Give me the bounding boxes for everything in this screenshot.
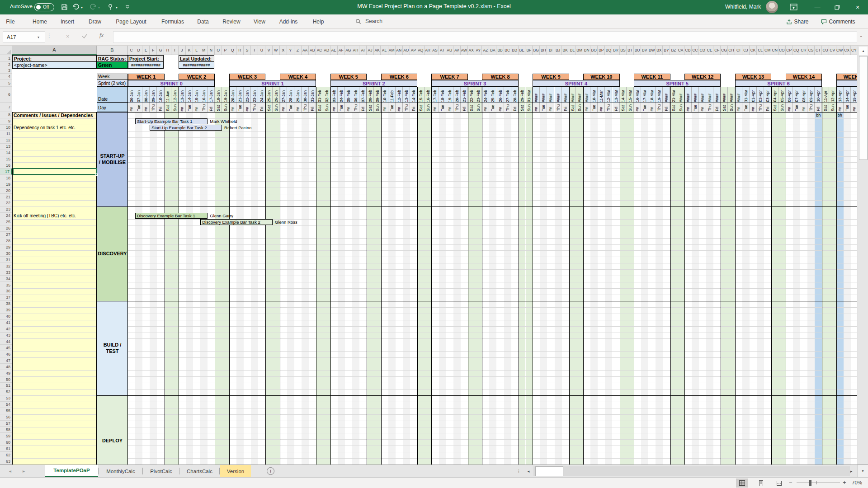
column-header-BR[interactable]: BR	[613, 46, 620, 55]
column-header-BV[interactable]: BV	[641, 46, 648, 55]
ribbon-tab-help[interactable]: Help	[310, 14, 327, 28]
column-header-BQ[interactable]: BQ	[605, 46, 612, 55]
zoom-slider-thumb[interactable]	[809, 480, 811, 486]
row-header-50[interactable]: 50	[0, 376, 12, 383]
selection-fill-handle[interactable]	[95, 174, 98, 176]
row-header-21[interactable]: 21	[0, 194, 12, 200]
column-header-R[interactable]: R	[236, 46, 244, 55]
column-header-CE[interactable]: CE	[706, 46, 713, 55]
column-header-AV[interactable]: AV	[453, 46, 461, 55]
column-header-CF[interactable]: CF	[713, 46, 721, 55]
row-header-61[interactable]: 61	[0, 446, 12, 452]
undo-icon[interactable]	[72, 4, 80, 10]
row-header-6[interactable]: 6	[0, 87, 12, 103]
column-header-N[interactable]: N	[208, 46, 215, 55]
ribbon-display-options-icon[interactable]	[790, 4, 797, 10]
row-header-37[interactable]: 37	[0, 295, 12, 301]
row-header-17[interactable]: 17	[0, 169, 12, 175]
column-header-AC[interactable]: AC	[316, 46, 323, 55]
sheet-tab-monthlycalc[interactable]: MonthlyCalc	[99, 465, 142, 477]
row-header-44[interactable]: 44	[0, 338, 12, 345]
column-header-C[interactable]: C	[128, 46, 135, 55]
last-updated-value-cell[interactable]: ############	[179, 62, 214, 69]
zoom-in-button[interactable]: +	[843, 479, 846, 486]
row-header-56[interactable]: 56	[0, 414, 12, 421]
column-header-BX[interactable]: BX	[656, 46, 663, 55]
row-header-46[interactable]: 46	[0, 351, 12, 357]
column-header-T[interactable]: T	[251, 46, 258, 55]
column-header-BK[interactable]: BK	[562, 46, 569, 55]
row-header-58[interactable]: 58	[0, 427, 12, 433]
column-header-BL[interactable]: BL	[569, 46, 576, 55]
column-header-AK[interactable]: AK	[374, 46, 381, 55]
column-header-AF[interactable]: AF	[338, 46, 345, 55]
v-scroll-up-icon[interactable]: ▴	[859, 47, 868, 55]
row-header-45[interactable]: 45	[0, 345, 12, 351]
column-header-CB[interactable]: CB	[684, 46, 692, 55]
column-header-V[interactable]: V	[265, 46, 273, 55]
column-header-BE[interactable]: BE	[519, 46, 526, 55]
row-header-59[interactable]: 59	[0, 433, 12, 439]
row-header-20[interactable]: 20	[0, 188, 12, 194]
column-header-BI[interactable]: BI	[547, 46, 554, 55]
column-header-AP[interactable]: AP	[410, 46, 417, 55]
column-header-CM[interactable]: CM	[764, 46, 771, 55]
column-header-BU[interactable]: BU	[634, 46, 641, 55]
column-header-CP[interactable]: CP	[786, 46, 793, 55]
h-scroll-left-icon[interactable]: ◂	[524, 466, 533, 476]
column-header-E[interactable]: E	[142, 46, 150, 55]
v-scrollbar-thumb[interactable]	[859, 56, 868, 160]
column-header-BS[interactable]: BS	[620, 46, 627, 55]
task-bar-1[interactable]: Start-Up Example Bar Task 1	[135, 118, 208, 124]
share-button[interactable]: Share	[783, 16, 812, 27]
touch-mode-icon[interactable]	[107, 3, 114, 11]
column-header-AN[interactable]: AN	[396, 46, 403, 55]
row-header-11[interactable]: 11	[0, 131, 12, 137]
row-header-39[interactable]: 39	[0, 307, 12, 314]
ribbon-tab-formulas[interactable]: Formulas	[159, 14, 187, 28]
h-scrollbar-track[interactable]	[533, 466, 850, 476]
column-header-BO[interactable]: BO	[590, 46, 598, 55]
formula-bar-expand-icon[interactable]: ⌄	[859, 33, 863, 38]
view-normal-button[interactable]	[736, 479, 748, 488]
last-updated-label-cell[interactable]: Last Updated:	[179, 55, 214, 62]
column-header-AE[interactable]: AE	[330, 46, 338, 55]
column-header-AL[interactable]: AL	[381, 46, 388, 55]
h-scroll-right-icon[interactable]: ▸	[846, 466, 856, 476]
row-header-57[interactable]: 57	[0, 421, 12, 427]
ribbon-tab-add-ins[interactable]: Add-ins	[277, 14, 301, 28]
column-header-AH[interactable]: AH	[352, 46, 359, 55]
row-header-54[interactable]: 54	[0, 402, 12, 408]
column-header-CL[interactable]: CL	[757, 46, 764, 55]
column-header-CS[interactable]: CS	[807, 46, 815, 55]
close-button[interactable]: ×	[847, 0, 868, 14]
project-start-label-cell[interactable]: Project Start:	[128, 55, 164, 62]
column-header-S[interactable]: S	[244, 46, 251, 55]
zoom-level[interactable]: 70%	[852, 480, 862, 485]
row-header-3[interactable]: 3	[0, 68, 12, 73]
function-icon[interactable]: fx	[99, 32, 104, 39]
column-header-AT[interactable]: AT	[439, 46, 446, 55]
column-header-F[interactable]: F	[150, 46, 157, 55]
column-header-A[interactable]: A	[12, 46, 97, 55]
row-header-63[interactable]: 63	[0, 458, 12, 465]
column-header-BP[interactable]: BP	[598, 46, 605, 55]
sheet-nav-left-icon[interactable]: ◂	[9, 469, 11, 474]
column-header-CX[interactable]: CX	[844, 46, 851, 55]
column-header-P[interactable]: P	[222, 46, 229, 55]
note-cell-row10[interactable]: Dependency on task 1 etc. etc.	[12, 125, 97, 131]
column-header-CA[interactable]: CA	[677, 46, 684, 55]
column-header-CK[interactable]: CK	[750, 46, 757, 55]
column-header-BW[interactable]: BW	[648, 46, 656, 55]
column-header-AI[interactable]: AI	[359, 46, 367, 55]
v-scroll-down-icon[interactable]: ▾	[857, 465, 868, 477]
column-header-CQ[interactable]: CQ	[793, 46, 800, 55]
zoom-out-button[interactable]: −	[789, 479, 793, 486]
tab-scroll-splitter[interactable]: ⁞	[518, 469, 519, 474]
note-cell-row24[interactable]: Kick off meeting (TBC) etc. etc.	[12, 213, 97, 219]
rag-status-value-cell[interactable]: Green	[97, 62, 128, 69]
h-scrollbar-thumb[interactable]	[535, 466, 563, 476]
row-header-32[interactable]: 32	[0, 263, 12, 269]
sheet-tab-pivotcalc[interactable]: PivotCalc	[143, 465, 179, 477]
column-header-BG[interactable]: BG	[533, 46, 540, 55]
